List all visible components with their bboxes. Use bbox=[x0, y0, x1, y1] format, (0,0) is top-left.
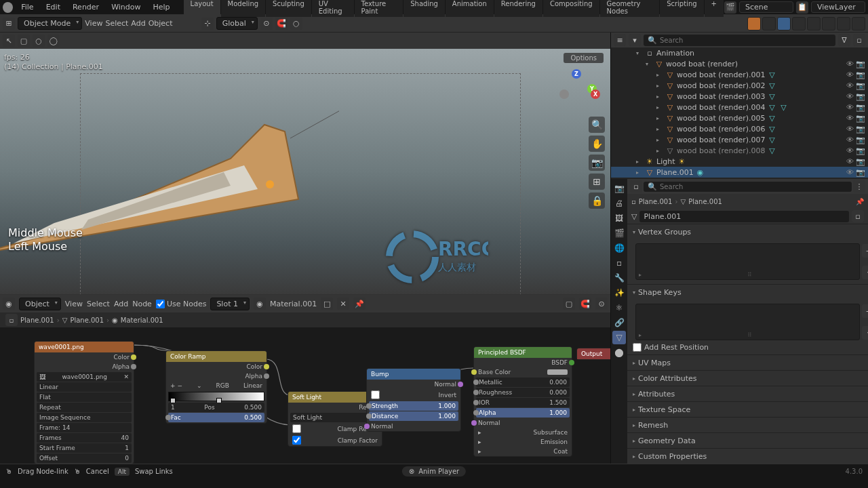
3d-viewport[interactable]: fps: 26 (14) Collection | Plane.001 Midd… bbox=[0, 49, 610, 294]
select-box-icon[interactable]: ▢ bbox=[18, 35, 30, 47]
scene-icon[interactable]: 🎬 bbox=[724, 1, 736, 14]
add-rest-checkbox[interactable] bbox=[633, 343, 642, 352]
add-menu[interactable]: Add bbox=[131, 19, 145, 28]
mat-new-icon[interactable]: □ bbox=[321, 298, 333, 310]
mat-unlink-icon[interactable]: ✕ bbox=[337, 298, 349, 310]
prop-render-icon[interactable]: 📷 bbox=[612, 182, 626, 195]
material-icon[interactable]: ◉ bbox=[254, 298, 266, 310]
prop-physics-icon[interactable]: ⚛ bbox=[612, 301, 626, 314]
prop-data-icon[interactable]: ▽ bbox=[612, 331, 626, 344]
panel-uv-maps[interactable]: ▸UV Maps bbox=[627, 355, 868, 370]
vg-toggle-icon[interactable]: ▾ bbox=[862, 266, 868, 279]
camera-icon[interactable]: 📷 bbox=[589, 155, 605, 171]
tab-layout[interactable]: Layout bbox=[184, 0, 220, 17]
shader-type-dropdown[interactable]: Object bbox=[19, 298, 61, 310]
menu-file[interactable]: File bbox=[16, 1, 39, 13]
props-editor-icon[interactable]: ▫ bbox=[630, 180, 642, 192]
tab-compositing[interactable]: Compositing bbox=[543, 0, 599, 17]
outliner-boat-child[interactable]: wood boat (render).003 bbox=[677, 92, 766, 101]
gizmo-toggle-icon[interactable] bbox=[762, 17, 776, 30]
props-bc-obj[interactable]: Plane.001 bbox=[639, 198, 673, 205]
panel-custom-properties[interactable]: ▸Custom Properties bbox=[627, 449, 868, 464]
object-menu[interactable]: Object bbox=[149, 19, 173, 28]
panel-remesh[interactable]: ▸Remesh bbox=[627, 418, 868, 432]
outliner-plane[interactable]: Plane.001 bbox=[656, 168, 694, 177]
shape-keys-list[interactable]: +▾▸⠿ bbox=[635, 304, 860, 340]
orientation-dropdown[interactable]: Global bbox=[216, 17, 258, 30]
panel-shape-keys[interactable]: ▾Shape Keys bbox=[627, 285, 868, 300]
outliner-animation[interactable]: Animation bbox=[656, 49, 694, 58]
anim-player[interactable]: Anim Player bbox=[418, 468, 459, 475]
cursor-tool-icon[interactable]: ↖ bbox=[3, 35, 15, 47]
prop-constraint-icon[interactable]: 🔗 bbox=[612, 316, 626, 329]
pan-icon[interactable]: ✋ bbox=[589, 136, 605, 152]
outliner-boat-child[interactable]: wood boat (render).006 bbox=[677, 125, 766, 134]
backdrop-icon[interactable]: ▢ bbox=[563, 298, 575, 310]
panel-vertex-groups[interactable]: ▾Vertex Groups bbox=[627, 224, 868, 239]
outliner-boat-child[interactable]: wood boat (render).004 bbox=[677, 103, 766, 112]
scene-field[interactable]: Scene bbox=[739, 1, 793, 13]
outliner-boat-child[interactable]: wood boat (render).002 bbox=[677, 81, 766, 90]
outliner-boat-child[interactable]: wood boat (render).008 bbox=[677, 146, 766, 155]
view-menu[interactable]: View bbox=[85, 19, 102, 28]
proportional-icon[interactable]: ○ bbox=[290, 18, 302, 30]
props-options-icon[interactable]: ⋮ bbox=[853, 180, 865, 192]
mesh-name-field[interactable]: Plane.001 bbox=[639, 211, 849, 222]
shading-wire-icon[interactable] bbox=[807, 17, 821, 30]
menu-help[interactable]: Help bbox=[148, 1, 176, 13]
ne-select-menu[interactable]: Select bbox=[87, 300, 110, 308]
shading-solid-icon[interactable] bbox=[822, 17, 835, 30]
viewlayer-icon[interactable]: 📋 bbox=[796, 1, 808, 14]
panel-texture-space[interactable]: ▸Texture Space bbox=[627, 402, 868, 417]
anim-stop-icon[interactable]: ⊗ bbox=[409, 468, 414, 475]
tab-animation[interactable]: Animation bbox=[446, 0, 494, 17]
lock-icon[interactable]: 🔒 bbox=[589, 192, 605, 209]
perspective-icon[interactable]: ⊞ bbox=[589, 174, 605, 190]
zoom-icon[interactable]: 🔍 bbox=[589, 117, 605, 133]
mat-pin-icon[interactable]: 📌 bbox=[353, 298, 366, 310]
editor-type-nodes-icon[interactable]: ◉ bbox=[3, 298, 15, 310]
outliner-boat-child[interactable]: wood boat (render).005 bbox=[677, 114, 766, 123]
select-menu[interactable]: Select bbox=[105, 19, 128, 28]
editor-type-icon[interactable]: ⊞ bbox=[3, 18, 15, 30]
slot-dropdown[interactable]: Slot 1 bbox=[210, 298, 250, 310]
prop-scene-icon[interactable]: 🎬 bbox=[612, 226, 626, 240]
viewport-overlay-icon[interactable] bbox=[747, 17, 761, 30]
prop-viewlayer-icon[interactable]: 🖼 bbox=[612, 211, 626, 225]
bc-obj[interactable]: Plane.001 bbox=[20, 317, 54, 324]
prop-output-icon[interactable]: 🖨 bbox=[612, 197, 626, 210]
overlay-nodes-icon[interactable]: ⊙ bbox=[595, 298, 608, 310]
tab-geometry-nodes[interactable]: Geometry Nodes bbox=[600, 0, 660, 17]
node-output[interactable]: Output bbox=[576, 348, 610, 360]
outliner-display-icon[interactable]: ▾ bbox=[629, 34, 641, 46]
vg-add-icon[interactable]: + bbox=[862, 244, 868, 258]
nav-gizmo[interactable]: Z Y X bbox=[556, 69, 597, 110]
tab-rendering[interactable]: Rendering bbox=[494, 0, 542, 17]
outliner-boat-child[interactable]: wood boat (render).001 bbox=[677, 70, 766, 79]
tab-shading[interactable]: Shading bbox=[403, 0, 445, 17]
tab-modeling[interactable]: Modeling bbox=[221, 0, 266, 17]
vertex-groups-list[interactable]: +▾▸⠿ bbox=[635, 243, 860, 280]
use-nodes-checkbox[interactable] bbox=[156, 300, 165, 308]
panel-attributes[interactable]: ▸Attributes bbox=[627, 386, 868, 401]
viewlayer-field[interactable]: ViewLayer bbox=[811, 1, 865, 13]
prop-modifier-icon[interactable]: 🔧 bbox=[612, 271, 626, 285]
menu-window[interactable]: Window bbox=[106, 1, 146, 13]
tab-add[interactable]: + bbox=[705, 0, 724, 17]
tab-scripting[interactable]: Scripting bbox=[660, 0, 703, 17]
prop-object-icon[interactable]: ▫ bbox=[612, 256, 626, 270]
node-color-ramp[interactable]: Color Ramp Color Alpha + −⌄RGBLinear 1Po… bbox=[165, 350, 267, 424]
tab-sculpting[interactable]: Sculpting bbox=[266, 0, 311, 17]
fake-user-icon[interactable]: ▫ bbox=[852, 210, 864, 222]
bc-mesh[interactable]: Plane.001 bbox=[70, 317, 104, 324]
outliner-boat[interactable]: wood boat (render) bbox=[666, 60, 738, 68]
viewport-options-button[interactable]: Options bbox=[564, 53, 604, 63]
overlays-icon[interactable] bbox=[777, 17, 791, 30]
ne-node-menu[interactable]: Node bbox=[132, 300, 152, 308]
menu-render[interactable]: Render bbox=[67, 1, 104, 13]
menu-edit[interactable]: Edit bbox=[41, 1, 66, 13]
sk-toggle-icon[interactable]: ▾ bbox=[862, 326, 868, 340]
material-name-field[interactable]: Material.001 bbox=[270, 300, 317, 308]
outliner-light[interactable]: Light bbox=[656, 157, 675, 166]
bc-mat[interactable]: Material.001 bbox=[121, 317, 163, 324]
